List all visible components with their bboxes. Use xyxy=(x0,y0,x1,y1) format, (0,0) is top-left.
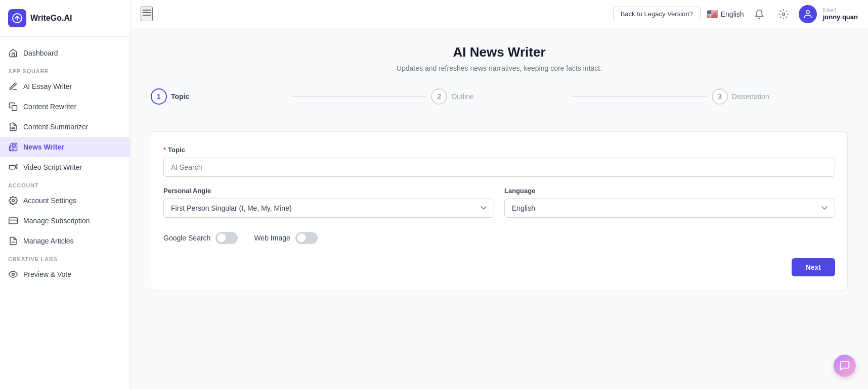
topic-label: * Topic xyxy=(163,146,835,154)
eye-icon xyxy=(8,269,18,279)
steps-row: 1 Topic 2 Outline 3 Dissertation xyxy=(151,88,848,115)
step-3-label: Dissertation xyxy=(732,92,769,101)
house-icon xyxy=(8,48,18,58)
svg-point-15 xyxy=(806,10,809,14)
personal-angle-group: Personal Angle First Person Singular (I,… xyxy=(163,187,494,218)
sidebar-manage-subscription-label: Manage Subscription xyxy=(23,217,90,225)
topic-input[interactable] xyxy=(163,158,835,177)
toggle-row: Google Search Web Image xyxy=(163,232,835,244)
legacy-version-button[interactable]: Back to Legacy Version? xyxy=(613,7,701,21)
required-star: * xyxy=(163,146,166,154)
user-name: jonny quan xyxy=(823,13,858,21)
form-row-angles: Personal Angle First Person Singular (I,… xyxy=(163,187,835,218)
credit-card-icon xyxy=(8,216,18,226)
sidebar-item-account-settings[interactable]: Account Settings xyxy=(0,190,130,211)
sidebar-item-video-script-writer[interactable]: Video Script Writer xyxy=(0,157,130,177)
web-image-knob xyxy=(297,233,306,242)
step-1-number: 1 xyxy=(157,92,161,101)
step-3-circle: 3 xyxy=(712,88,728,105)
sidebar-item-manage-articles[interactable]: Manage Articles xyxy=(0,231,130,251)
sidebar-video-label: Video Script Writer xyxy=(23,163,82,171)
language-selector[interactable]: 🇺🇸 English xyxy=(707,9,744,20)
logo-text: WriteGo.AI xyxy=(30,14,72,23)
user-info: [User] jonny quan xyxy=(823,8,858,21)
sidebar-dashboard-label: Dashboard xyxy=(23,49,58,57)
sidebar-item-content-rewriter[interactable]: Content Rewriter xyxy=(0,96,130,117)
sidebar: WriteGo.AI Dashboard APP SQUARE AI Essay… xyxy=(0,0,131,389)
chat-bubble[interactable] xyxy=(834,355,856,377)
notification-button[interactable] xyxy=(750,5,768,23)
gear-icon xyxy=(8,196,18,206)
web-image-toggle[interactable] xyxy=(295,232,318,244)
logo-icon xyxy=(8,9,26,27)
svg-rect-4 xyxy=(10,165,15,169)
google-search-toggle-item: Google Search xyxy=(163,232,238,244)
step-connector-1 xyxy=(291,96,427,97)
newspaper-icon xyxy=(8,142,18,152)
google-search-toggle[interactable] xyxy=(215,232,238,244)
next-row: Next xyxy=(163,258,835,276)
sidebar-item-preview-vote[interactable]: Preview & Vote xyxy=(0,264,130,284)
svg-point-6 xyxy=(12,200,15,202)
step-2-circle: 2 xyxy=(431,88,447,105)
page-content: AI News Writer Updates and refreshes new… xyxy=(131,28,868,389)
next-button[interactable]: Next xyxy=(792,258,835,276)
personal-angle-label: Personal Angle xyxy=(163,187,494,194)
topic-field-group: * Topic xyxy=(163,146,835,177)
pencil-icon xyxy=(8,81,18,91)
sidebar-preview-vote-label: Preview & Vote xyxy=(23,270,71,278)
sidebar-item-news-writer[interactable]: News Writer xyxy=(0,137,130,157)
form-section: * Topic Personal Angle First Person Sing… xyxy=(151,131,848,291)
step-connector-2 xyxy=(572,96,708,97)
language-label: English xyxy=(721,10,744,18)
svg-point-10 xyxy=(12,273,15,276)
web-image-toggle-item: Web Image xyxy=(254,232,317,244)
step-3: 3 Dissertation xyxy=(712,88,848,105)
language-select[interactable]: English Spanish French German Chinese xyxy=(504,199,835,218)
sidebar-essay-label: AI Essay Writer xyxy=(23,82,72,90)
main-area: Back to Legacy Version? 🇺🇸 English [User… xyxy=(131,0,868,389)
svg-rect-1 xyxy=(12,106,17,111)
svg-point-14 xyxy=(782,13,785,15)
sidebar-item-content-summarizer[interactable]: Content Summarizer xyxy=(0,117,130,137)
sidebar-item-dashboard[interactable]: Dashboard xyxy=(0,43,130,63)
personal-angle-select[interactable]: First Person Singular (I, Me, My, Mine) … xyxy=(163,199,494,218)
google-search-label: Google Search xyxy=(163,234,210,242)
step-2-number: 2 xyxy=(438,92,442,101)
language-group: Language English Spanish French German C… xyxy=(504,187,835,218)
sidebar-item-manage-subscription[interactable]: Manage Subscription xyxy=(0,211,130,231)
language-label: Language xyxy=(504,187,835,194)
web-image-label: Web Image xyxy=(254,234,290,242)
sidebar-rewriter-label: Content Rewriter xyxy=(23,103,76,111)
step-2: 2 Outline xyxy=(431,88,567,105)
topbar: Back to Legacy Version? 🇺🇸 English [User… xyxy=(131,0,868,28)
user-role-label: [User] xyxy=(823,8,837,13)
sidebar-manage-articles-label: Manage Articles xyxy=(23,237,74,245)
flag-icon: 🇺🇸 xyxy=(707,9,718,20)
google-search-knob xyxy=(217,233,226,242)
sidebar-account-settings-label: Account Settings xyxy=(23,197,76,205)
step-1-circle: 1 xyxy=(151,88,167,105)
step-1: 1 Topic xyxy=(151,88,287,105)
step-3-number: 3 xyxy=(718,92,722,101)
step-1-label: Topic xyxy=(171,92,189,101)
user-avatar[interactable] xyxy=(799,5,817,23)
hamburger-button[interactable] xyxy=(141,7,153,21)
section-account: ACCOUNT xyxy=(0,177,130,190)
step-2-label: Outline xyxy=(451,92,473,101)
sidebar-summarizer-label: Content Summarizer xyxy=(23,123,88,131)
file-copy-icon xyxy=(8,102,18,112)
section-app-square: APP SQUARE xyxy=(0,63,130,76)
settings-button[interactable] xyxy=(774,5,793,23)
logo: WriteGo.AI xyxy=(0,0,130,37)
sidebar-item-ai-essay-writer[interactable]: AI Essay Writer xyxy=(0,76,130,96)
page-subtitle: Updates and refreshes news narratives, k… xyxy=(151,64,848,72)
video-icon xyxy=(8,162,18,172)
section-creative-labs: CREATIVE LABS xyxy=(0,251,130,264)
page-title: AI News Writer xyxy=(151,44,848,60)
file-list-icon xyxy=(8,236,18,246)
svg-rect-7 xyxy=(9,218,18,224)
file-text-icon xyxy=(8,122,18,132)
sidebar-news-label: News Writer xyxy=(23,143,64,151)
sidebar-nav: Dashboard APP SQUARE AI Essay Writer Con… xyxy=(0,37,130,290)
